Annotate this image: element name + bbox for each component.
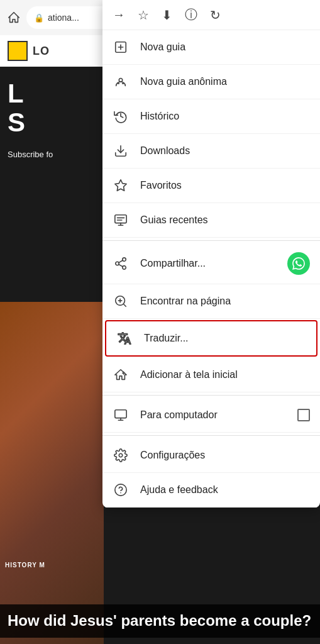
dropdown-forward-icon[interactable]: →: [113, 8, 125, 22]
settings-icon: [113, 447, 129, 464]
subscribe-text: Subscribe fo: [0, 150, 104, 159]
downloads-icon: [113, 143, 129, 159]
incognito-icon: [113, 74, 129, 90]
bottom-headline: How did Jesus' parents become a couple?: [0, 604, 320, 638]
svg-line-17: [119, 260, 123, 263]
nova-guia-anonima-label: Nova guia anônima: [140, 76, 227, 87]
svg-line-19: [123, 304, 126, 306]
favoritos-label: Favoritos: [140, 180, 182, 191]
dropdown-nav-row: → ☆ ⬇ ⓘ ↻: [102, 0, 320, 30]
menu-item-favoritos[interactable]: Favoritos: [102, 169, 320, 203]
menu-item-compartilhar[interactable]: Compartilhar...: [102, 243, 320, 284]
nova-guia-label: Nova guia: [140, 42, 185, 53]
divider-1: [102, 240, 320, 241]
svg-rect-5: [122, 83, 124, 84]
url-text: ationa...: [48, 13, 79, 23]
menu-item-historico[interactable]: Histórico: [102, 99, 320, 134]
svg-rect-8: [115, 215, 126, 223]
svg-rect-4: [118, 83, 120, 84]
menu-item-para-computador[interactable]: Para computador: [102, 398, 320, 433]
whatsapp-badge: [287, 252, 310, 275]
find-icon: [113, 293, 129, 309]
ng-header: LO: [0, 35, 104, 67]
dropdown-star-icon[interactable]: ☆: [138, 8, 149, 23]
ng-title: LO: [33, 45, 50, 58]
menu-item-adicionar-tela-inicial[interactable]: Adicionar à tela inicial: [102, 358, 320, 392]
menu-item-nova-guia[interactable]: Nova guia: [102, 30, 320, 65]
menu-item-guias-recentes[interactable]: Guias recentes: [102, 203, 320, 238]
translate-icon: [116, 330, 133, 347]
new-tab-icon: [113, 39, 129, 55]
menu-item-configuracoes[interactable]: Configurações: [102, 438, 320, 473]
traduzir-label: Traduzir...: [144, 333, 189, 344]
ajuda-feedback-label: Ajuda e feedback: [140, 484, 218, 496]
ng-logo: [8, 41, 28, 61]
bottom-headline-text: How did Jesus' parents become a couple?: [8, 612, 312, 630]
svg-point-28: [115, 484, 126, 496]
history-badge: HISTORY M: [5, 562, 45, 569]
menu-item-ajuda-feedback[interactable]: Ajuda e feedback: [102, 473, 320, 508]
recent-tabs-icon: [113, 212, 129, 228]
dropdown-menu: → ☆ ⬇ ⓘ ↻ Nova guia Nova guia anônima: [102, 0, 320, 508]
dropdown-info-icon[interactable]: ⓘ: [185, 6, 197, 23]
svg-point-27: [119, 453, 123, 457]
lock-icon: 🔒: [34, 13, 44, 23]
downloads-label: Downloads: [140, 145, 190, 157]
menu-item-downloads[interactable]: Downloads: [102, 134, 320, 169]
desktop-icon: [113, 407, 129, 423]
history-icon: [113, 108, 129, 125]
svg-line-16: [119, 264, 123, 267]
add-home-icon: [113, 367, 129, 383]
divider-3: [102, 435, 320, 436]
menu-item-traduzir[interactable]: Traduzir...: [105, 320, 317, 357]
historico-label: Histórico: [140, 111, 179, 122]
art-area: HISTORY M: [0, 302, 104, 644]
divider-2: [102, 395, 320, 396]
help-icon: [113, 482, 129, 498]
encontrar-na-pagina-label: Encontrar na página: [140, 296, 231, 307]
dropdown-refresh-icon[interactable]: ↻: [210, 8, 221, 23]
dropdown-download-icon[interactable]: ⬇: [162, 8, 172, 23]
share-icon: [113, 255, 129, 272]
compartilhar-label: Compartilhar...: [140, 258, 206, 269]
para-computador-label: Para computador: [140, 409, 218, 421]
para-computador-checkbox[interactable]: [297, 409, 310, 421]
configuracoes-label: Configurações: [140, 450, 205, 461]
adicionar-tela-inicial-label: Adicionar à tela inicial: [140, 369, 238, 380]
guias-recentes-label: Guias recentes: [140, 214, 208, 226]
star-icon: [113, 177, 129, 194]
home-icon[interactable]: [5, 9, 23, 26]
svg-marker-7: [115, 180, 126, 191]
headline-partial: LS: [0, 67, 104, 150]
menu-item-nova-guia-anonima[interactable]: Nova guia anônima: [102, 65, 320, 99]
svg-rect-24: [115, 410, 126, 418]
menu-item-encontrar-na-pagina[interactable]: Encontrar na página: [102, 284, 320, 319]
